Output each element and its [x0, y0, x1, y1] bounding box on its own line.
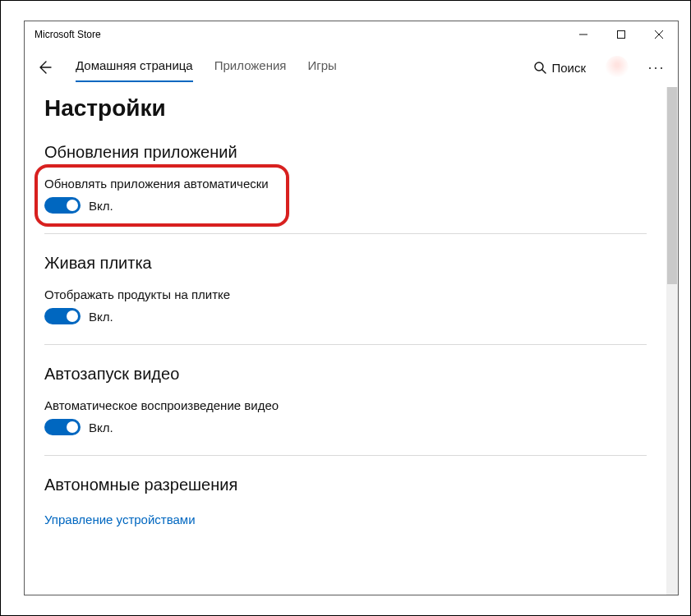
minimize-button[interactable]	[564, 21, 602, 48]
toggle-state-video: Вкл.	[89, 421, 113, 434]
section-title-updates: Обновления приложений	[44, 143, 647, 162]
toggle-knob	[67, 310, 78, 322]
minimize-icon	[579, 30, 587, 39]
divider	[44, 455, 647, 456]
settings-content: Настройки Обновления приложений Обновлят…	[25, 87, 666, 595]
tab-games[interactable]: Игры	[307, 53, 336, 82]
toggle-auto-update[interactable]	[44, 197, 81, 214]
divider	[44, 344, 647, 345]
toggle-row-live-tile: Вкл.	[44, 308, 647, 324]
more-icon: ···	[647, 59, 665, 76]
nav-tabs: Домашняя страница Приложения Игры	[76, 53, 337, 82]
window-title: Microsoft Store	[35, 29, 101, 40]
app-window: Microsoft Store Домашняя	[24, 21, 679, 595]
divider	[44, 233, 647, 234]
svg-point-4	[535, 62, 543, 71]
section-title-live-tile: Живая плитка	[44, 254, 647, 273]
window-controls	[564, 21, 678, 48]
search-icon	[533, 61, 546, 74]
maximize-icon	[617, 30, 625, 39]
section-title-video: Автозапуск видео	[44, 365, 647, 384]
search-button[interactable]: Поиск	[533, 61, 586, 75]
toggle-row-video: Вкл.	[44, 419, 647, 435]
toggle-knob	[67, 421, 78, 433]
toggle-video[interactable]	[44, 419, 81, 435]
vertical-scrollbar[interactable]	[666, 87, 678, 595]
toggle-state-live-tile: Вкл.	[89, 310, 113, 324]
titlebar: Microsoft Store	[25, 21, 678, 48]
back-arrow-icon	[36, 59, 53, 76]
command-bar: Домашняя страница Приложения Игры Поиск …	[25, 48, 678, 87]
close-icon	[655, 30, 663, 39]
link-manage-devices[interactable]: Управление устройствами	[44, 513, 647, 526]
toggle-state-auto-update: Вкл.	[89, 199, 113, 213]
back-button[interactable]	[28, 51, 61, 84]
svg-rect-1	[618, 31, 625, 39]
toggle-knob	[67, 200, 78, 211]
tab-home[interactable]: Домашняя страница	[76, 53, 193, 82]
app-frame: Microsoft Store Домашняя	[0, 0, 691, 616]
scrollbar-thumb[interactable]	[667, 87, 677, 284]
setting-label-live-tile: Отображать продукты на плитке	[44, 287, 647, 301]
more-button[interactable]: ···	[642, 53, 671, 82]
toggle-live-tile[interactable]	[44, 308, 81, 324]
section-title-offline: Автономные разрешения	[44, 476, 647, 494]
search-label: Поиск	[551, 61, 586, 75]
profile-avatar[interactable]	[606, 56, 629, 79]
tab-apps[interactable]: Приложения	[214, 53, 287, 82]
setting-label-video: Автоматическое воспроизведение видео	[44, 398, 647, 412]
setting-label-auto-update: Обновлять приложения автоматически	[44, 177, 647, 191]
maximize-button[interactable]	[602, 21, 640, 48]
content-scroll: Настройки Обновления приложений Обновлят…	[25, 87, 678, 595]
svg-line-5	[542, 70, 546, 73]
toggle-row-auto-update: Вкл.	[44, 197, 647, 214]
close-button[interactable]	[640, 21, 678, 48]
page-title: Настройки	[44, 95, 647, 122]
